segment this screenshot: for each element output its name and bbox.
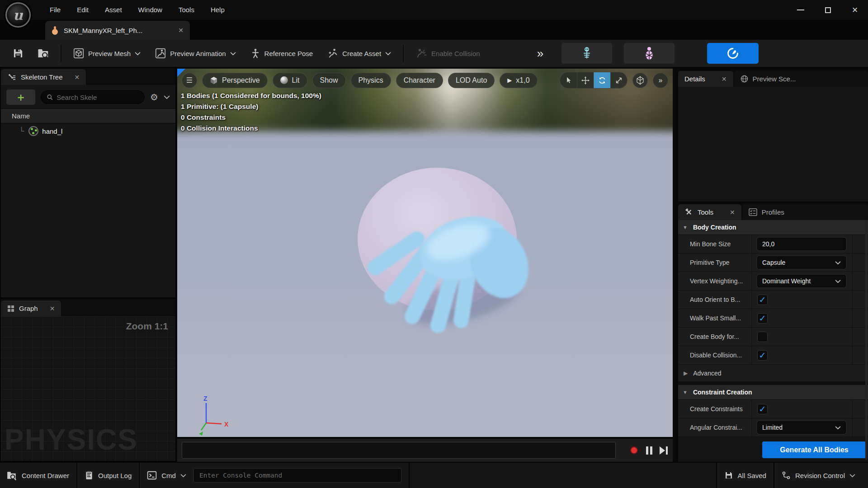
- asset-tab[interactable]: SKM_MannyXR_left_Ph... ✕: [45, 21, 190, 40]
- minimize-icon: [797, 9, 804, 10]
- disable-collision-checkbox[interactable]: ✓: [757, 350, 768, 361]
- maximize-button[interactable]: [820, 2, 835, 18]
- property-label: Create Constraints: [678, 405, 751, 413]
- scale-tool-button[interactable]: [610, 72, 627, 88]
- constraint-creation-section-header[interactable]: ▼ Constraint Creation: [678, 385, 868, 400]
- preview-scene-tab[interactable]: Preview Sce...: [734, 71, 868, 87]
- viewport-focus-corner: [177, 69, 185, 77]
- show-constraints-button[interactable]: [624, 43, 675, 64]
- details-panel-body: [678, 87, 868, 202]
- step-forward-button[interactable]: [660, 446, 668, 455]
- tools-tab-label: Tools: [698, 208, 713, 216]
- chevron-down-icon[interactable]: [164, 95, 170, 99]
- advanced-expander[interactable]: ▶ Advanced: [678, 365, 868, 382]
- preview-animation-button[interactable]: Preview Animation: [148, 43, 243, 63]
- create-body-for-checkbox[interactable]: ✓: [757, 332, 768, 342]
- simulate-button[interactable]: [707, 43, 759, 64]
- details-tab[interactable]: Details ✕: [678, 71, 733, 87]
- expanded-triangle-icon: ▼: [683, 225, 688, 230]
- graph-tab[interactable]: Graph ✕: [1, 300, 61, 316]
- chevron-down-icon[interactable]: [180, 474, 186, 478]
- skeleton-search-input[interactable]: [57, 94, 139, 101]
- rotate-tool-button[interactable]: [594, 72, 610, 88]
- record-button[interactable]: [630, 446, 638, 454]
- panel-close-icon[interactable]: ✕: [730, 209, 735, 216]
- create-constraints-checkbox[interactable]: ✓: [757, 404, 768, 414]
- move-tool-button[interactable]: [577, 72, 594, 88]
- cmd-label[interactable]: Cmd: [161, 472, 176, 479]
- physics-button[interactable]: Physics: [351, 73, 391, 88]
- profiles-tab[interactable]: Profiles: [742, 204, 868, 220]
- enable-collision-button: Enable Collision: [408, 43, 487, 63]
- coordinate-gizmo-button[interactable]: [632, 73, 648, 88]
- angular-constraint-dropdown[interactable]: Limited: [757, 421, 846, 434]
- reference-pose-button[interactable]: Reference Pose: [243, 43, 321, 63]
- tree-item-hand-l[interactable]: └ hand_l: [1, 123, 175, 139]
- scrollbar[interactable]: [865, 220, 868, 460]
- browse-to-asset-button[interactable]: [31, 43, 56, 63]
- menu-tools[interactable]: Tools: [170, 0, 203, 20]
- preview-mesh-button[interactable]: Preview Mesh: [66, 43, 148, 63]
- add-button[interactable]: ＋: [6, 89, 35, 105]
- walk-past-small-checkbox[interactable]: ✓: [757, 313, 768, 324]
- toolbar-divider: [403, 45, 404, 62]
- console-command-input[interactable]: [199, 472, 396, 479]
- preview-mesh-label: Preview Mesh: [88, 50, 131, 57]
- panel-close-icon[interactable]: ✕: [722, 75, 727, 83]
- menu-edit[interactable]: Edit: [69, 0, 97, 20]
- graph-grid-icon: [7, 305, 14, 312]
- skeleton-tree-tab[interactable]: Skeleton Tree ✕: [1, 69, 86, 85]
- menu-asset[interactable]: Asset: [97, 0, 130, 20]
- auto-orient-checkbox[interactable]: ✓: [757, 295, 768, 305]
- content-drawer-button[interactable]: Content Drawer: [0, 463, 76, 488]
- show-bodies-button[interactable]: [561, 43, 612, 64]
- status-bar-spacer: [410, 463, 716, 488]
- property-row-vertex-weighting: Vertex Weighting... Dominant Weight: [678, 272, 868, 291]
- lit-mode-button[interactable]: Lit: [273, 73, 307, 88]
- collapsed-triangle-icon: ▶: [684, 370, 688, 376]
- primitive-type-dropdown[interactable]: Capsule: [757, 256, 846, 269]
- character-button[interactable]: Character: [396, 73, 443, 88]
- menu-help[interactable]: Help: [203, 0, 233, 20]
- skeleton-search-box[interactable]: [41, 90, 145, 104]
- physics-watermark: PHYSICS: [5, 423, 138, 456]
- reference-pose-label: Reference Pose: [264, 50, 313, 57]
- all-saved-button[interactable]: All Saved: [717, 463, 774, 488]
- property-label: Primitive Type: [678, 259, 751, 266]
- settings-gear-icon[interactable]: ⚙: [150, 92, 158, 103]
- create-asset-button[interactable]: Create Asset: [320, 43, 398, 63]
- menu-file[interactable]: File: [42, 0, 69, 20]
- lod-auto-button[interactable]: LOD Auto: [448, 73, 495, 88]
- pause-button[interactable]: [646, 446, 652, 455]
- close-window-button[interactable]: ✕: [847, 2, 863, 18]
- unreal-engine-logo-icon[interactable]: u: [5, 2, 31, 28]
- graph-canvas[interactable]: Zoom 1:1 PHYSICS: [1, 316, 175, 461]
- window-controls: ✕: [793, 0, 863, 20]
- min-bone-size-input[interactable]: 20,0: [757, 238, 846, 250]
- viewport-overflow-button[interactable]: »: [653, 73, 668, 88]
- console-command-box[interactable]: [193, 468, 401, 483]
- panel-close-icon[interactable]: ✕: [50, 305, 55, 312]
- minimize-button[interactable]: [793, 2, 808, 18]
- advanced-label: Advanced: [693, 370, 721, 377]
- toolbar-overflow-icon[interactable]: »: [531, 47, 550, 61]
- timeline-scrubber[interactable]: [182, 442, 616, 459]
- revision-control-button[interactable]: Revision Control: [774, 463, 868, 488]
- panel-close-icon[interactable]: ✕: [75, 74, 80, 81]
- select-tool-button[interactable]: [560, 72, 577, 88]
- property-row-auto-orient: Auto Orient to B... ✓: [678, 291, 868, 309]
- show-button[interactable]: Show: [312, 73, 346, 88]
- tools-tab[interactable]: Tools ✕: [678, 204, 741, 220]
- vertex-weighting-dropdown[interactable]: Dominant Weight: [757, 275, 846, 287]
- save-button[interactable]: [5, 43, 31, 63]
- menu-window[interactable]: Window: [130, 0, 170, 20]
- perspective-button[interactable]: Perspective: [202, 73, 268, 88]
- playback-speed-button[interactable]: ▶ x1,0: [500, 73, 537, 88]
- anatomy-icon: [643, 47, 655, 60]
- viewport-3d-scene[interactable]: ☰ Perspective Lit Show Physics Character…: [177, 69, 673, 437]
- asset-tab-close-icon[interactable]: ✕: [178, 27, 184, 34]
- body-creation-section-header[interactable]: ▼ Body Creation: [678, 220, 868, 235]
- hand-mesh-render[interactable]: [349, 164, 530, 345]
- output-log-button[interactable]: Output Log: [77, 463, 139, 488]
- generate-all-bodies-button[interactable]: Generate All Bodies: [762, 441, 866, 458]
